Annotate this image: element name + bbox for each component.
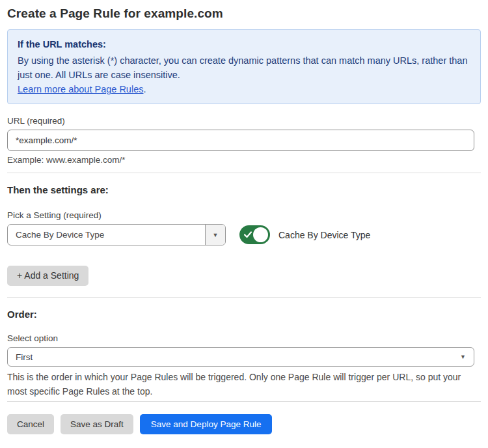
toggle-knob <box>253 227 268 242</box>
url-match-info-box: If the URL matches: By using the asteris… <box>7 29 481 104</box>
learn-more-link[interactable]: Learn more about Page Rules <box>18 84 143 94</box>
divider <box>7 173 481 173</box>
chevron-down-icon[interactable]: ▼ <box>205 225 225 245</box>
info-box-body: By using the asterisk (*) character, you… <box>18 53 470 82</box>
setting-select[interactable]: Cache By Device Type ▼ <box>7 224 226 245</box>
footer-buttons: Cancel Save as Draft Save and Deploy Pag… <box>7 414 481 434</box>
chevron-down-icon: ▼ <box>460 354 466 360</box>
check-icon <box>244 231 252 238</box>
url-field-label: URL (required) <box>7 116 481 126</box>
setting-toggle-label: Cache By Device Type <box>278 230 370 240</box>
page-rule-form: Create a Page Rule for example.com If th… <box>0 0 488 434</box>
url-example-helper: Example: www.example.com/* <box>7 155 481 165</box>
page-title: Create a Page Rule for example.com <box>7 7 481 21</box>
order-select-label: Select option <box>7 333 481 343</box>
url-input[interactable] <box>7 130 474 151</box>
info-box-link-line: Learn more about Page Rules. <box>18 82 470 96</box>
order-select[interactable]: First ▼ <box>7 347 474 367</box>
save-as-draft-button[interactable]: Save as Draft <box>61 414 133 434</box>
setting-toggle[interactable] <box>239 225 270 244</box>
setting-select-value: Cache By Device Type <box>8 225 205 245</box>
info-box-heading: If the URL matches: <box>18 37 470 51</box>
setting-row: Cache By Device Type ▼ Cache By Device T… <box>7 224 481 245</box>
divider <box>7 401 481 402</box>
link-suffix: . <box>143 84 146 94</box>
pick-setting-label: Pick a Setting (required) <box>7 210 481 220</box>
settings-section-heading: Then the settings are: <box>7 184 481 195</box>
add-setting-button[interactable]: + Add a Setting <box>7 266 88 286</box>
cancel-button[interactable]: Cancel <box>7 414 54 434</box>
order-section-heading: Order: <box>7 309 481 320</box>
divider <box>7 297 481 298</box>
order-select-value: First <box>16 352 33 362</box>
save-and-deploy-button[interactable]: Save and Deploy Page Rule <box>140 414 273 434</box>
order-helper-text: This is the order in which your Page Rul… <box>7 370 469 399</box>
